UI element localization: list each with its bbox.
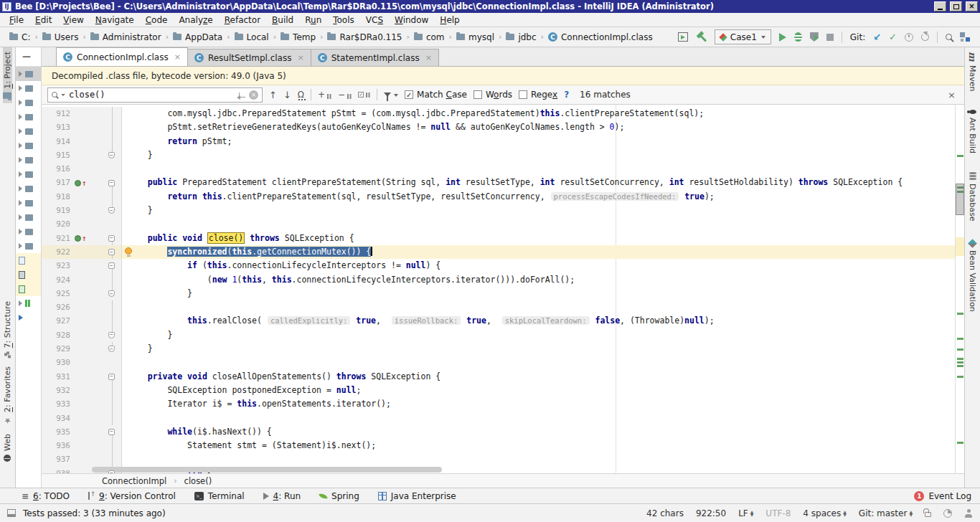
project-tree-row[interactable] — [16, 224, 41, 239]
fold-marker[interactable]: − — [108, 429, 115, 435]
code-line-923[interactable]: 923− if (this.connectionLifecycleInterce… — [42, 259, 955, 272]
breadcrumb-item-administrator[interactable]: Administrator — [88, 31, 164, 44]
tab-connectionimpl-class[interactable]: CConnectionImpl.class× — [56, 47, 188, 66]
menu-edit[interactable]: Edit — [29, 14, 57, 26]
breadcrumb-item-appdata[interactable]: AppData — [171, 31, 225, 44]
tab-statementimpl-class[interactable]: CStatementImpl.class× — [311, 49, 439, 66]
breadcrumb-item-jdbc[interactable]: jdbc — [504, 31, 538, 44]
fold-marker[interactable]: − — [108, 249, 115, 255]
fold-marker[interactable]: − — [108, 152, 115, 158]
code-line-922[interactable]: 922− synchronized(this.getConnectionMute… — [42, 245, 955, 259]
status-item-922-50[interactable]: 922:50 — [696, 508, 726, 518]
project-tree-row[interactable] — [16, 167, 41, 181]
restore-button[interactable] — [950, 1, 962, 11]
error-stripe[interactable] — [955, 105, 964, 473]
code-line-921[interactable]: 921↑− public void close() throws SQLExce… — [42, 232, 955, 245]
status-item-lf[interactable]: LF▲▼ — [738, 508, 753, 518]
menu-file[interactable]: File — [4, 14, 29, 26]
menu-view[interactable]: View — [57, 14, 89, 26]
fold-marker[interactable]: − — [108, 346, 115, 352]
breadcrumb-item-com[interactable]: com — [412, 31, 447, 44]
menu-code[interactable]: Code — [140, 14, 174, 26]
checkbox-match-case[interactable]: ✓Match Case — [405, 90, 467, 100]
menu-tools[interactable]: Tools — [327, 14, 360, 26]
previous-occurrence-button[interactable]: ↑ — [269, 90, 277, 100]
project-tree-row[interactable] — [16, 95, 41, 110]
code-line-919[interactable]: 919− } — [42, 204, 955, 217]
indicator-icon[interactable] — [943, 509, 952, 518]
chevron-right-icon[interactable] — [19, 114, 22, 120]
toolwindow-button-terminal[interactable]: >_Terminal — [194, 491, 245, 501]
override-marker-icon[interactable] — [75, 235, 81, 242]
chevron-right-icon[interactable] — [19, 128, 22, 134]
run-button[interactable] — [779, 33, 786, 42]
toolwindow-toggle-icon[interactable] — [7, 509, 16, 517]
code-line-914[interactable]: 914 return pStmt; — [42, 135, 955, 148]
menu-build[interactable]: Build — [266, 14, 299, 26]
search-field[interactable]: × — [47, 87, 263, 103]
project-tree-row[interactable] — [16, 210, 41, 224]
code-line-913[interactable]: 913 pStmt.setRetrieveGeneratedKeys(autoG… — [42, 120, 955, 134]
fold-marker[interactable]: − — [108, 262, 115, 269]
code-line-917[interactable]: 917↑− public PreparedStatement clientPre… — [42, 176, 955, 189]
intention-bulb-icon[interactable] — [125, 247, 132, 255]
event-log-button[interactable]: 1Event Log — [914, 491, 971, 501]
sidebar-item-web[interactable]: Web — [3, 430, 12, 466]
project-tree-row[interactable] — [16, 138, 41, 153]
menu-run[interactable]: Run — [299, 14, 327, 26]
code-editor[interactable]: 912 com.mysql.jdbc.PreparedStatement pSt… — [42, 105, 955, 473]
breadcrumb-item-temp[interactable]: Temp — [278, 31, 318, 44]
code-line-924[interactable]: 924 (new 1(this, this.connectionLifecycl… — [42, 273, 955, 287]
tab-close-icon[interactable]: × — [174, 52, 181, 62]
breadcrumb-item-connectionimpl-class[interactable]: CConnectionImpl.class — [546, 31, 655, 44]
fold-marker[interactable]: − — [108, 470, 115, 473]
toolwindow-button-9-version-control[interactable]: 9: Version Control — [88, 491, 176, 501]
chevron-right-icon[interactable] — [19, 143, 22, 148]
project-tree-row[interactable] — [16, 310, 41, 325]
tab-close-icon[interactable]: × — [425, 53, 432, 62]
menu-navigate[interactable]: Navigate — [90, 14, 140, 26]
breadcrumb-item-rar-dra0-115[interactable]: Rar$DRa0.115 — [325, 31, 404, 44]
toolwindow-button-spring[interactable]: Spring — [319, 491, 359, 501]
history-button[interactable] — [905, 33, 913, 42]
breadcrumb-item-local[interactable]: Local — [232, 31, 271, 44]
checkbox-regex[interactable]: Regex — [519, 90, 557, 100]
breadcrumb-item-users[interactable]: Users — [40, 31, 81, 44]
code-line-937[interactable]: 937 — [42, 452, 955, 466]
remove-occurrence-button[interactable]: − — [338, 90, 352, 100]
close-button[interactable]: × — [966, 1, 978, 11]
fold-marker[interactable]: − — [108, 207, 115, 214]
chevron-right-icon[interactable] — [19, 157, 22, 163]
project-tree-row[interactable] — [16, 239, 41, 253]
code-line-915[interactable]: 915− } — [42, 148, 955, 162]
chevron-right-icon[interactable] — [19, 229, 22, 234]
status-item-utf-8[interactable]: UTF-8 — [765, 508, 791, 518]
horizontal-scrollbar[interactable] — [92, 467, 442, 473]
toolwindow-button-java-enterprise[interactable]: Java Enterprise — [378, 491, 456, 501]
menu-help[interactable]: Help — [434, 14, 465, 26]
checkbox-words[interactable]: Words — [473, 90, 512, 100]
fold-marker[interactable]: − — [108, 290, 115, 297]
code-line-933[interactable]: 933 Iterator i$ = this.openStatements.it… — [42, 397, 955, 411]
regex-help-icon[interactable]: ? — [564, 90, 569, 100]
menu-vcs[interactable]: VCS — [360, 14, 389, 26]
breadcrumb-item-close[interactable]: close() — [184, 476, 212, 486]
stop-button[interactable] — [826, 34, 834, 41]
tab-resultsetimpl-class[interactable]: CResultSetImpl.class× — [187, 49, 311, 66]
project-tree-row[interactable] — [16, 181, 41, 196]
sidebar-item-maven[interactable]: mMaven — [967, 47, 978, 95]
project-tree-row[interactable] — [16, 124, 41, 138]
code-line-926[interactable]: 926 — [42, 300, 955, 314]
chevron-right-icon[interactable] — [19, 71, 22, 77]
menu-analyze[interactable]: Analyze — [173, 14, 218, 26]
search-filter-button[interactable] — [384, 92, 398, 97]
find-all-button[interactable]: Ω — [298, 90, 304, 100]
sidebar-item-2-favorites[interactable]: ★2: Favorites — [3, 362, 12, 430]
project-tree-row[interactable] — [16, 196, 41, 210]
fold-marker[interactable]: − — [108, 374, 115, 380]
code-line-929[interactable]: 929− } — [42, 342, 955, 356]
chevron-right-icon[interactable] — [19, 85, 22, 91]
project-structure-button[interactable] — [960, 32, 970, 42]
code-line-925[interactable]: 925− } — [42, 287, 955, 300]
scrollbar-thumb[interactable] — [956, 184, 964, 215]
